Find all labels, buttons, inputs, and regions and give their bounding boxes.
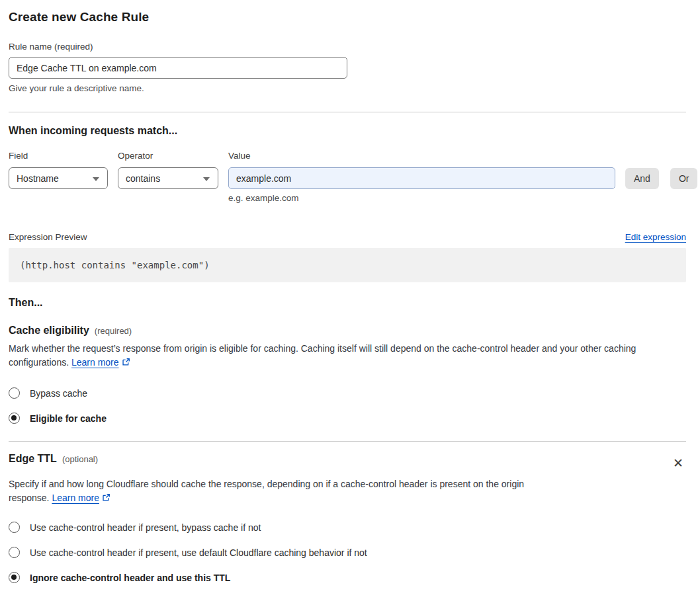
chevron-down-icon <box>203 177 210 181</box>
edge-ttl-description: Specify if and how long Cloudflare shoul… <box>9 477 564 506</box>
edge-ttl-title: Edge TTL <box>9 453 57 465</box>
radio-bypass-cache[interactable]: Bypass cache <box>9 387 686 399</box>
close-icon[interactable]: ✕ <box>670 454 686 472</box>
field-select-value: Hostname <box>17 173 59 184</box>
expression-preview-row: Expression Preview Edit expression <box>9 232 686 242</box>
page-title: Create new Cache Rule <box>9 10 686 24</box>
match-heading: When incoming requests match... <box>9 125 686 137</box>
radio-label: Use cache-control header if present, byp… <box>30 522 261 533</box>
radio-icon <box>9 387 20 399</box>
radio-checked-icon <box>9 413 20 424</box>
value-input[interactable] <box>228 167 615 189</box>
expression-preview-label: Expression Preview <box>9 232 87 242</box>
cache-eligibility-description: Mark whether the request’s response from… <box>9 342 686 370</box>
required-badge: (required) <box>95 326 132 336</box>
conjunction-buttons: And Or <box>625 151 697 189</box>
rule-name-section: Rule name (required) Give your rule a de… <box>9 42 686 93</box>
operator-select-value: contains <box>126 173 160 184</box>
radio-label: Eligible for cache <box>30 413 107 424</box>
learn-more-link[interactable]: Learn more <box>52 493 99 503</box>
radio-icon <box>9 547 20 558</box>
edge-ttl-section: Edge TTL (optional) ✕ Specify if and how… <box>9 453 686 599</box>
learn-more-link[interactable]: Learn more <box>71 357 119 368</box>
match-section: When incoming requests match... Field Ho… <box>9 125 686 282</box>
section-divider <box>9 441 686 442</box>
chevron-down-icon <box>93 177 99 181</box>
radio-label: Ignore cache-control header and use this… <box>30 573 230 583</box>
expression-code-block: (http.host contains "example.com") <box>9 248 686 282</box>
field-select[interactable]: Hostname <box>9 167 108 189</box>
optional-badge: (optional) <box>62 454 98 464</box>
radio-label: Bypass cache <box>30 388 87 399</box>
rule-name-help: Give your rule a descriptive name. <box>9 83 686 93</box>
radio-checked-icon <box>9 572 20 583</box>
cache-eligibility-section: Cache eligibility (required) Mark whethe… <box>9 325 686 424</box>
operator-select[interactable]: contains <box>118 167 218 189</box>
external-link-icon <box>122 356 130 370</box>
cache-eligibility-title: Cache eligibility <box>9 325 89 337</box>
radio-use-header-default[interactable]: Use cache-control header if present, use… <box>9 547 686 558</box>
edit-expression-link[interactable]: Edit expression <box>625 232 686 242</box>
radio-label: Use cache-control header if present, use… <box>30 547 367 558</box>
radio-icon <box>9 522 20 533</box>
or-button[interactable]: Or <box>670 168 698 189</box>
field-column: Field Hostname <box>9 151 108 189</box>
value-column: Value e.g. example.com <box>228 151 615 203</box>
and-button[interactable]: And <box>625 168 659 189</box>
create-cache-rule-page: Create new Cache Rule Rule name (require… <box>0 0 700 599</box>
operator-column: Operator contains <box>118 151 218 189</box>
operator-label: Operator <box>118 151 218 161</box>
field-label: Field <box>9 151 108 161</box>
value-label: Value <box>228 151 615 161</box>
rule-name-input[interactable] <box>9 57 347 79</box>
then-heading: Then... <box>9 297 686 309</box>
radio-use-header-bypass[interactable]: Use cache-control header if present, byp… <box>9 522 686 533</box>
expression-text: (http.host contains "example.com") <box>20 260 210 270</box>
rule-name-label: Rule name (required) <box>9 42 686 52</box>
radio-ignore-header-use-ttl[interactable]: Ignore cache-control header and use this… <box>9 572 686 583</box>
value-help: e.g. example.com <box>228 193 615 203</box>
external-link-icon <box>102 492 110 506</box>
section-divider <box>9 112 686 112</box>
radio-eligible-for-cache[interactable]: Eligible for cache <box>9 413 686 424</box>
